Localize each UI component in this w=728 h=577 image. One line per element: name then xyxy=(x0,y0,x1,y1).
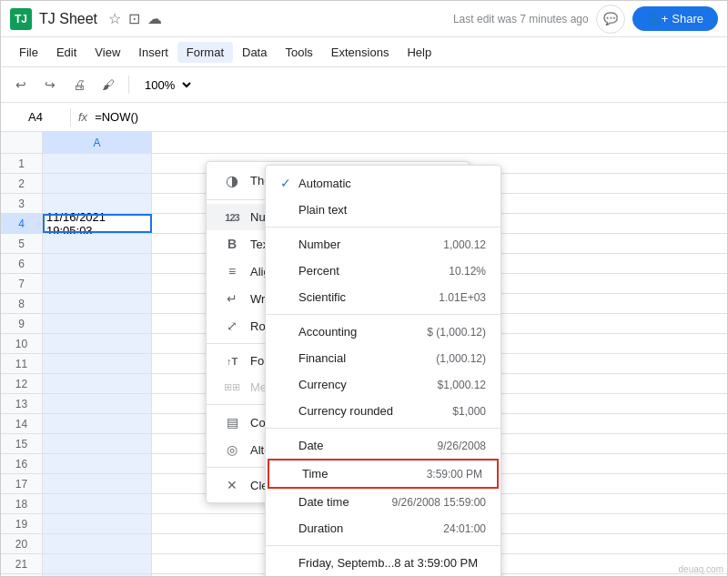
plaintext-label: Plain text xyxy=(298,203,486,217)
undo-button[interactable]: ↩ xyxy=(8,72,34,97)
menu-extensions[interactable]: Extensions xyxy=(322,42,399,63)
alignment-icon: ≡ xyxy=(221,264,243,278)
share-button[interactable]: 👤+ Share xyxy=(632,6,718,31)
fontsize-icon: ↑T xyxy=(221,356,243,367)
doc-title: TJ Sheet xyxy=(39,11,97,27)
spreadsheet-area: A 1 2 3 411/16/2021 19:05:03 5 6 7 8 9 1… xyxy=(1,132,727,576)
num-item-plaintext[interactable]: Plain text xyxy=(266,197,500,223)
accounting-label: Accounting xyxy=(298,325,427,339)
formula-sep xyxy=(70,108,71,127)
time-label: Time xyxy=(302,467,427,481)
currencyrounded-label: Currency rounded xyxy=(298,404,452,418)
num-item-financial[interactable]: Financial (1,000.12) xyxy=(266,345,500,371)
folder-icon[interactable]: ⊡ xyxy=(128,10,140,27)
last-edit-label: Last edit was 7 minutes ago xyxy=(453,13,589,25)
cell-reference-input[interactable] xyxy=(8,107,63,127)
num-item-percent[interactable]: Percent 10.12% xyxy=(266,258,500,284)
num-divider-4 xyxy=(266,545,500,546)
print-button[interactable]: 🖨 xyxy=(66,72,92,97)
automatic-check-icon: ✓ xyxy=(280,176,298,190)
num-item-date[interactable]: Date 9/26/2008 xyxy=(266,432,500,459)
text-icon: B xyxy=(221,237,243,251)
scientific-label: Scientific xyxy=(298,290,439,304)
num-item-duration[interactable]: Duration 24:01:00 xyxy=(266,515,500,542)
num-item-number[interactable]: Number 1,000.12 xyxy=(266,231,500,258)
datetime-value: 9/26/2008 15:59:00 xyxy=(392,496,486,509)
percent-value: 10.12% xyxy=(449,265,486,278)
currency-label: Currency xyxy=(298,378,438,391)
mergecells-icon: ⊞⊞ xyxy=(221,381,243,393)
formula-input[interactable] xyxy=(95,110,720,124)
number-submenu: ✓ Automatic Plain text Number 1,000.12 xyxy=(265,165,501,576)
num-item-scientific[interactable]: Scientific 1.01E+03 xyxy=(266,284,500,310)
date-value: 9/26/2008 xyxy=(438,440,486,452)
num-item-accounting[interactable]: Accounting $ (1,000.12) xyxy=(266,319,500,345)
clearformat-icon: ✕ xyxy=(221,478,243,492)
duration-value: 24:01:00 xyxy=(443,522,486,535)
share-label: Share xyxy=(672,12,703,25)
menu-edit[interactable]: Edit xyxy=(47,42,86,63)
num-item-automatic[interactable]: ✓ Automatic xyxy=(266,169,500,197)
longdate-label: Friday, Septemb...8 at 3:59:00 PM xyxy=(298,556,486,570)
menu-overlay[interactable]: ◑ Theme 123 Number ▶ B Text ▶ xyxy=(1,132,727,576)
rotation-icon: ⤢ xyxy=(221,319,243,333)
menu-data[interactable]: Data xyxy=(233,42,276,63)
menu-bar: File Edit View Insert Format Data Tools … xyxy=(1,37,727,66)
conditional-icon: ▤ xyxy=(221,415,243,430)
fx-label: fx xyxy=(78,110,87,124)
number-num-label: Number xyxy=(298,238,443,251)
menu-file[interactable]: File xyxy=(10,42,47,63)
num-divider-2 xyxy=(266,314,500,315)
comment-button[interactable]: 💬 xyxy=(596,5,625,34)
cloud-icon[interactable]: ☁ xyxy=(147,10,162,27)
automatic-label: Automatic xyxy=(298,177,486,190)
num-item-longdate[interactable]: Friday, Septemb...8 at 3:59:00 PM xyxy=(266,550,500,576)
datetime-label: Date time xyxy=(298,495,392,509)
num-item-datetime[interactable]: Date time 9/26/2008 15:59:00 xyxy=(266,489,500,515)
time-value: 3:59:00 PM xyxy=(427,468,482,481)
header-buttons: 💬 👤+ Share xyxy=(596,5,718,34)
toolbar: ↩ ↪ 🖨 🖌 100% xyxy=(1,66,727,103)
num-divider-3 xyxy=(266,428,500,429)
star-icon[interactable]: ☆ xyxy=(108,10,121,27)
app-window: TJ TJ Sheet ☆ ⊡ ☁ Last edit was 7 minute… xyxy=(0,0,728,577)
currency-value: $1,000.12 xyxy=(438,379,486,391)
financial-value: (1,000.12) xyxy=(436,352,486,365)
number-icon: 123 xyxy=(221,212,243,223)
financial-label: Financial xyxy=(298,351,436,365)
menu-insert[interactable]: Insert xyxy=(129,42,177,63)
number-num-value: 1,000.12 xyxy=(443,238,486,251)
wrapping-icon: ↵ xyxy=(221,291,243,306)
percent-label: Percent xyxy=(298,264,449,278)
accounting-value: $ (1,000.12) xyxy=(427,326,486,339)
currencyrounded-value: $1,000 xyxy=(452,405,486,418)
toolbar-sep-1 xyxy=(128,76,129,94)
scientific-value: 1.01E+03 xyxy=(439,291,486,304)
formula-bar: fx xyxy=(1,103,727,132)
date-label: Date xyxy=(298,439,438,452)
num-divider-1 xyxy=(266,227,500,228)
redo-button[interactable]: ↪ xyxy=(37,72,63,97)
title-icons: ☆ ⊡ ☁ xyxy=(108,10,162,27)
share-icon: 👤+ xyxy=(647,12,669,25)
theme-icon: ◑ xyxy=(221,172,243,189)
menu-help[interactable]: Help xyxy=(398,42,440,63)
num-item-currency[interactable]: Currency $1,000.12 xyxy=(266,371,500,398)
duration-label: Duration xyxy=(298,521,443,535)
zoom-select[interactable]: 100% xyxy=(136,75,195,96)
num-item-time[interactable]: Time 3:59:00 PM xyxy=(268,459,499,489)
menu-format[interactable]: Format xyxy=(177,42,233,63)
title-bar: TJ TJ Sheet ☆ ⊡ ☁ Last edit was 7 minute… xyxy=(1,1,727,37)
app-icon: TJ xyxy=(10,8,32,30)
num-item-currencyrounded[interactable]: Currency rounded $1,000 xyxy=(266,398,500,424)
menu-view[interactable]: View xyxy=(86,42,129,63)
alternating-icon: ◎ xyxy=(221,442,243,457)
menu-tools[interactable]: Tools xyxy=(276,42,321,63)
paint-format-button[interactable]: 🖌 xyxy=(96,72,121,97)
